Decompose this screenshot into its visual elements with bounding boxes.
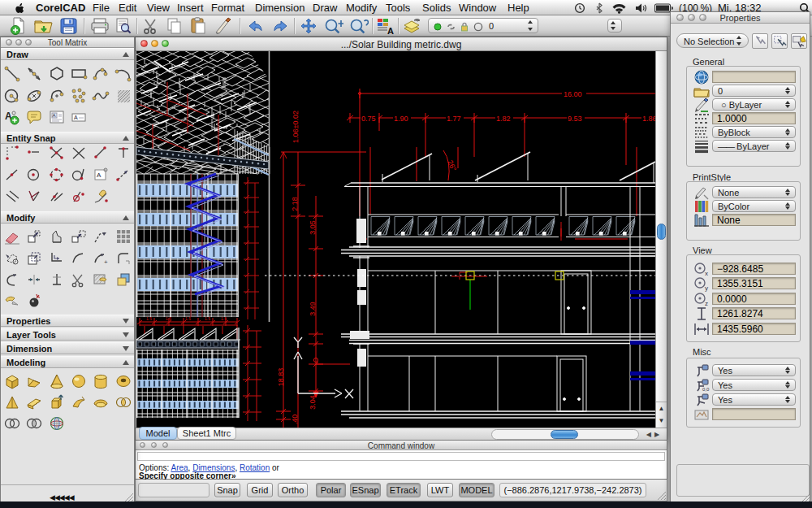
svg-text:0.75: 0.75 xyxy=(361,115,376,123)
svg-text:3.49: 3.49 xyxy=(309,302,317,316)
svg-text:3.04: 3.04 xyxy=(309,395,317,410)
svg-text:18.83: 18.83 xyxy=(277,368,285,387)
svg-text:1.5: 1.5 xyxy=(221,316,227,321)
svg-text:3.05: 3.05 xyxy=(309,220,317,235)
svg-text:A: A xyxy=(387,26,394,34)
svg-text:2.18: 2.18 xyxy=(291,197,299,211)
svg-text:.40: .40 xyxy=(291,415,299,425)
svg-text:1.5: 1.5 xyxy=(146,316,152,321)
svg-text:1.5: 1.5 xyxy=(166,316,171,321)
svg-text:1.06±0.02: 1.06±0.02 xyxy=(292,111,300,143)
svg-text:+: + xyxy=(104,258,108,266)
svg-text:1.5: 1.5 xyxy=(185,316,191,321)
svg-text:9.53: 9.53 xyxy=(568,115,582,123)
svg-text:A: A xyxy=(97,172,102,179)
svg-text:A: A xyxy=(53,113,56,118)
svg-text:16.00: 16.00 xyxy=(564,90,582,98)
svg-text:1.77: 1.77 xyxy=(447,115,461,123)
svg-text:1.86: 1.86 xyxy=(642,115,655,123)
svg-text:26°: 26° xyxy=(446,159,458,173)
svg-text:1.90: 1.90 xyxy=(394,115,408,123)
svg-text:1.5: 1.5 xyxy=(205,316,210,321)
svg-text:A: A xyxy=(74,115,78,120)
svg-text:1.82: 1.82 xyxy=(496,115,511,123)
